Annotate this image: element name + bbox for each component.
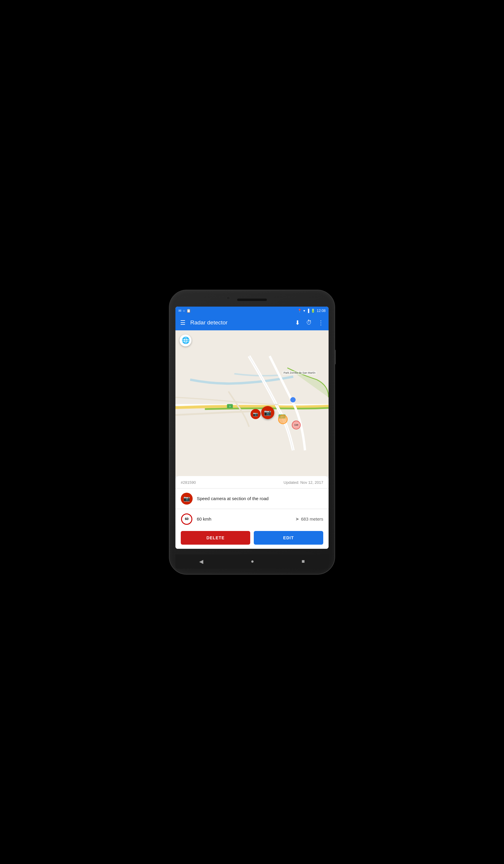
clipboard-icon: 📋 <box>187 309 191 313</box>
wifi-icon: ▾ <box>303 309 305 313</box>
camera-icon: 📷 <box>183 495 190 502</box>
camera-small-icon: 📷 <box>253 412 258 417</box>
more-options-icon[interactable]: ⋮ <box>317 318 325 327</box>
speed-sign-container: 60 <box>181 513 193 525</box>
status-icons-left: ✉ ○ 📋 <box>178 309 191 313</box>
speed-limit-sign: 60 <box>181 514 192 525</box>
app-bar: ☰ Radar detector ⬇ ⏱ ⋮ <box>176 315 328 331</box>
status-icons-right: 📍 ▾ ▐ 🔋 12:08 <box>297 309 326 313</box>
camera-description: Speed camera at section of the road <box>197 496 323 501</box>
camera-main-icon: 📷 <box>264 409 271 416</box>
home-button[interactable]: ● <box>251 558 254 565</box>
updated-date: Updated: Nov 12, 2017 <box>284 480 323 485</box>
phone-device: ✉ ○ 📋 📍 ▾ ▐ 🔋 12:08 ☰ Radar detector ⬇ ⏱… <box>169 290 335 575</box>
map-background: 27 3 🌐 Park Zorrilla de San Martín <box>176 331 328 476</box>
distance-label: 683 meters <box>301 516 323 521</box>
circle-icon: ○ <box>183 309 185 313</box>
navigation-icon: ➤ <box>295 516 299 522</box>
speed-camera-marker-small[interactable]: 📷 <box>251 409 261 419</box>
status-bar: ✉ ○ 📋 📍 ▾ ▐ 🔋 12:08 <box>176 307 328 315</box>
distance-container: ➤ 683 meters <box>295 516 323 522</box>
recents-button[interactable]: ■ <box>302 558 305 565</box>
delete-button[interactable]: DELETE <box>181 531 250 545</box>
card-actions: DELETE EDIT <box>181 529 323 545</box>
map-area[interactable]: 27 3 🌐 Park Zorrilla de San Martín <box>176 331 328 476</box>
clock-icon[interactable]: ⏱ <box>305 318 313 327</box>
gmail-icon: ✉ <box>178 309 181 313</box>
menu-icon[interactable]: ☰ <box>179 318 187 327</box>
back-button[interactable]: ◀ <box>199 558 203 565</box>
download-icon[interactable]: ⬇ <box>294 318 301 327</box>
speed-camera-marker-main[interactable]: 📷 <box>261 406 274 419</box>
map-svg: 27 3 <box>176 331 328 476</box>
speed-row: 60 60 kmh ➤ 683 meters <box>181 509 323 529</box>
app-title: Radar detector <box>190 319 290 326</box>
camera-id: #281590 <box>181 480 196 485</box>
edit-button[interactable]: EDIT <box>254 531 323 545</box>
phone-camera <box>227 296 230 300</box>
phone-nav-bar: ◀ ● ■ <box>176 554 328 569</box>
speed-sign-value: 60 <box>185 517 189 520</box>
card-header: #281590 Updated: Nov 12, 2017 <box>181 480 323 485</box>
warning-marker[interactable] <box>278 415 288 424</box>
phone-screen: ✉ ○ 📋 📍 ▾ ▐ 🔋 12:08 ☰ Radar detector ⬇ ⏱… <box>176 307 328 549</box>
park-label: Park Zorrilla de San Martín <box>283 371 316 374</box>
camera-badge: 📷 <box>181 493 193 505</box>
time-display: 12:08 <box>317 309 326 313</box>
map-type-button[interactable]: 🌐 <box>180 335 191 346</box>
location-icon: 📍 <box>297 309 302 313</box>
phone-speaker <box>237 299 267 301</box>
globe-icon: 🌐 <box>182 337 190 344</box>
signal-icon: ▐ <box>307 309 309 313</box>
info-card: #281590 Updated: Nov 12, 2017 📷 Speed ca… <box>176 476 328 549</box>
description-row: 📷 Speed camera at section of the road <box>181 489 323 509</box>
svg-text:3: 3 <box>229 405 231 408</box>
camera-icon-container: 📷 <box>181 493 193 505</box>
speed-label: 60 kmh <box>197 516 211 521</box>
speed-limit-marker[interactable]: 110 <box>292 421 301 430</box>
volume-button <box>335 350 336 364</box>
battery-icon: 🔋 <box>311 309 315 313</box>
